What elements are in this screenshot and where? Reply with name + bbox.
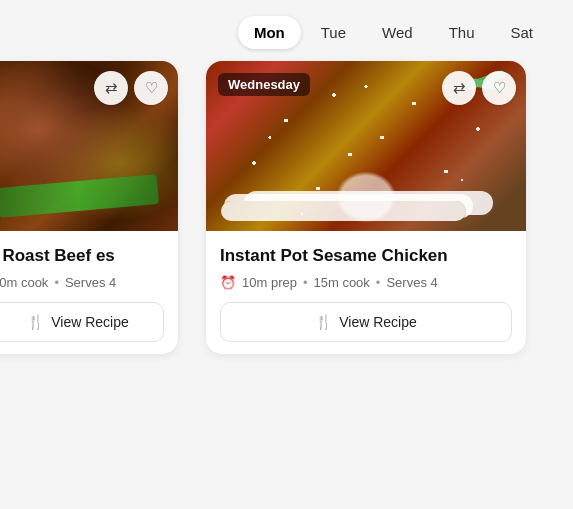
beef-view-recipe-button[interactable]: 🍴 View Recipe [0,302,164,342]
tab-sat[interactable]: Sat [494,16,549,49]
chicken-cook: 15m cook [313,275,369,290]
beef-heart-button[interactable]: ♡ [134,71,168,105]
beef-serves: Serves 4 [65,275,116,290]
chicken-swap-button[interactable]: ⇄ [442,71,476,105]
chicken-prep: 10m prep [242,275,297,290]
chicken-image-wrapper: Wednesday ⇄ ♡ [206,61,526,231]
cards-area: ⇄ ♡ t Roast Beef es 30m cook • Serves 4 … [0,61,573,354]
chicken-serves: Serves 4 [386,275,437,290]
recipe-card-chicken: Wednesday ⇄ ♡ Instant Pot Sesame Chicken… [206,61,526,354]
chicken-meta: ⏰ 10m prep • 15m cook • Serves 4 [220,275,512,290]
chicken-heart-button[interactable]: ♡ [482,71,516,105]
chicken-card-body: Instant Pot Sesame Chicken ⏰ 10m prep • … [206,231,526,354]
recipe-card-beef: ⇄ ♡ t Roast Beef es 30m cook • Serves 4 … [0,61,178,354]
chicken-dot2: • [376,275,381,290]
chicken-view-recipe-button[interactable]: 🍴 View Recipe [220,302,512,342]
tab-wed[interactable]: Wed [366,16,429,49]
beef-cook: 30m cook [0,275,48,290]
utensil-icon-beef: 🍴 [27,314,44,330]
utensil-icon-chicken: 🍴 [315,314,332,330]
chicken-dot1: • [303,275,308,290]
tab-mon[interactable]: Mon [238,16,301,49]
beef-swap-button[interactable]: ⇄ [94,71,128,105]
tab-thu[interactable]: Thu [433,16,491,49]
wednesday-badge: Wednesday [218,73,310,96]
beef-image-wrapper: ⇄ ♡ [0,61,178,231]
day-tabs: Mon Tue Wed Thu Sat [0,0,573,61]
beef-meta: 30m cook • Serves 4 [0,275,164,290]
beef-button-label: View Recipe [51,314,129,330]
tab-tue[interactable]: Tue [305,16,362,49]
page-container: Mon Tue Wed Thu Sat ⇄ ♡ t Roast Beef es … [0,0,573,509]
chicken-card-actions: ⇄ ♡ [442,71,516,105]
beef-title: t Roast Beef es [0,245,164,267]
clock-icon: ⏰ [220,275,236,290]
beef-dot: • [54,275,59,290]
beef-card-actions: ⇄ ♡ [94,71,168,105]
beef-card-body: t Roast Beef es 30m cook • Serves 4 🍴 Vi… [0,231,178,354]
chicken-title: Instant Pot Sesame Chicken [220,245,512,267]
chicken-button-label: View Recipe [339,314,417,330]
